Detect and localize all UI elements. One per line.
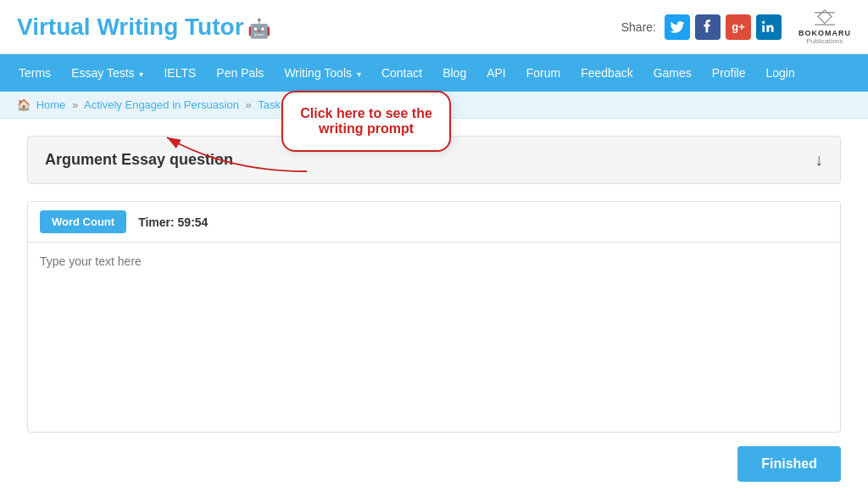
home-icon: 🏠: [17, 98, 31, 111]
facebook-icon[interactable]: [695, 14, 721, 40]
logo-text-bold: Virtual: [17, 14, 97, 40]
nav-api[interactable]: API: [476, 54, 516, 92]
nav-blog[interactable]: Blog: [432, 54, 476, 92]
main-content: Argument Essay question ↓ Click here to …: [10, 136, 858, 499]
share-label: Share:: [621, 20, 656, 34]
breadcrumb-actively-engaged[interactable]: Actively Engaged in Persuasion: [84, 98, 239, 111]
essay-tests-dropdown-icon: ▾: [139, 70, 143, 79]
breadcrumb-home[interactable]: Home: [36, 98, 66, 111]
breadcrumb-sep-1: »: [72, 98, 78, 111]
breadcrumb-sep-2: »: [246, 98, 252, 111]
nav-writing-tools[interactable]: Writing Tools ▾: [274, 54, 371, 92]
collapse-arrow-icon: ↓: [815, 150, 823, 170]
logo-text-blue: Writing Tutor: [97, 14, 243, 40]
nav-essay-tests[interactable]: Essay Tests ▾: [61, 54, 153, 92]
nav-profile[interactable]: Profile: [702, 54, 756, 92]
site-header: Virtual Writing Tutor🤖 Share: g+ BOKOMAR…: [0, 0, 868, 54]
nav-terms[interactable]: Terms: [8, 54, 61, 92]
writing-toolbar: Word Count Timer: 59:54: [28, 202, 840, 243]
header-right: Share: g+ BOKOMARU Publications: [621, 8, 851, 45]
site-logo: Virtual Writing Tutor🤖: [17, 14, 270, 41]
nav-ielts[interactable]: IELTS: [153, 54, 206, 92]
publisher-sub: Publications: [806, 37, 843, 45]
finished-button[interactable]: Finished: [737, 446, 841, 482]
nav-login[interactable]: Login: [756, 54, 805, 92]
publisher-name: BOKOMARU: [798, 29, 851, 37]
nav-forum[interactable]: Forum: [516, 54, 570, 92]
nav-contact[interactable]: Contact: [371, 54, 432, 92]
timer-display: Timer: 59:54: [138, 215, 208, 229]
footer-area: Finished: [27, 446, 841, 499]
twitter-icon[interactable]: [665, 14, 690, 40]
google-plus-icon[interactable]: g+: [726, 14, 751, 40]
main-nav: Terms Essay Tests ▾ IELTS Pen Pals Writi…: [0, 54, 868, 92]
callout-box[interactable]: Click here to see the writing prompt: [281, 91, 451, 152]
writing-tools-dropdown-icon: ▾: [357, 70, 361, 79]
linkedin-icon[interactable]: [756, 14, 782, 40]
callout-text: Click here to see the writing prompt: [300, 106, 432, 136]
nav-games[interactable]: Games: [643, 54, 702, 92]
essay-textarea[interactable]: [28, 243, 840, 429]
nav-feedback[interactable]: Feedback: [570, 54, 643, 92]
writing-area: Word Count Timer: 59:54: [27, 201, 841, 433]
robot-icon: 🤖: [248, 18, 270, 40]
publisher-logo: BOKOMARU Publications: [798, 8, 851, 45]
social-icons: g+: [665, 14, 782, 40]
word-count-button[interactable]: Word Count: [40, 210, 126, 233]
nav-pen-pals[interactable]: Pen Pals: [206, 54, 274, 92]
